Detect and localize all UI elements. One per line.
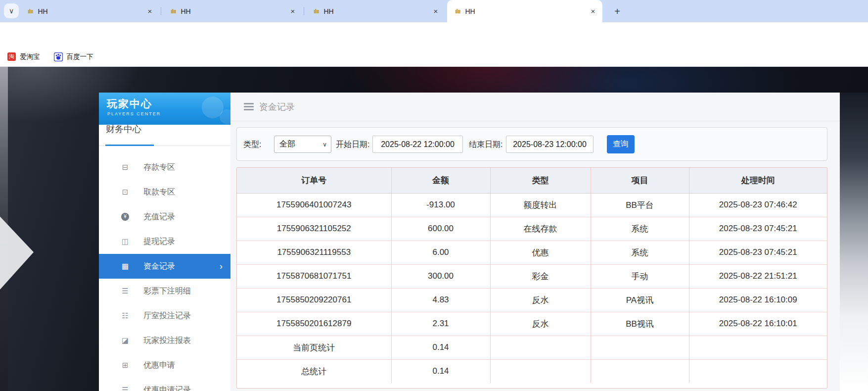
withdraw-icon: ⊡ [120, 188, 130, 196]
table-row: 1755906321105252 600.00 在线存款 系统 2025-08-… [237, 217, 827, 241]
cell-amount: 300.00 [391, 264, 490, 288]
deposit-icon: ⊟ [120, 163, 130, 172]
cell-empty [591, 359, 689, 383]
col-header-time: 处理时间 [689, 168, 827, 193]
cell-empty [591, 336, 689, 359]
cell-amount: 6.00 [391, 241, 490, 264]
tab-label: HH [38, 7, 145, 15]
sidebar-item-promo-apply-records[interactable]: ☰ 优惠申请记录 [99, 378, 230, 391]
type-select[interactable]: 全部 ∨ [274, 136, 331, 153]
funds-icon: ▦ [120, 262, 130, 271]
cell-time: 2025-08-22 16:10:09 [689, 288, 827, 312]
background-right-fade [840, 93, 868, 391]
sidebar-item-label: 玩家投注报表 [143, 336, 191, 346]
sidebar-item-label: 资金记录 [143, 261, 175, 272]
tab-close-icon[interactable]: × [288, 7, 297, 16]
cell-item: PA视讯 [591, 288, 689, 312]
sidebar-item-deposit-zone[interactable]: ⊟ 存款专区 [99, 155, 230, 180]
cell-amount: 4.83 [391, 288, 490, 312]
main-content: 资金记录 类型: 全部 ∨ 开始日期: 结束日期: 查询 订单号 金 [230, 93, 840, 391]
cell-time: 2025-08-22 21:51:21 [689, 264, 827, 288]
tab-1[interactable]: ılıı HH × [20, 0, 159, 22]
hamburger-icon[interactable] [244, 103, 254, 111]
table-row-page-total: 当前页统计 0.14 [237, 336, 827, 359]
end-date-label: 结束日期: [469, 140, 503, 150]
banner-title: 玩家中心 [107, 97, 152, 111]
cell-time: 2025-08-23 07:45:21 [689, 241, 827, 264]
sidebar-item-recharge-records[interactable]: ¥ 充值记录 [99, 204, 230, 229]
col-header-order-id: 订单号 [237, 168, 391, 193]
cell-type: 彩金 [490, 264, 591, 288]
sidebar-item-label: 优惠申请 [143, 360, 175, 371]
money-bag-icon: ¥ [121, 213, 129, 221]
sidebar-item-label: 提现记录 [143, 237, 175, 247]
cell-label: 当前页统计 [237, 336, 391, 359]
tab-label: HH [465, 7, 589, 15]
cell-order-id: 1755906321105252 [237, 217, 391, 241]
cell-item: BB平台 [591, 193, 689, 217]
records-icon: ☷ [120, 311, 130, 320]
chevron-down-icon: ∨ [322, 141, 327, 148]
site-favicon: ılıı [28, 7, 33, 15]
cell-order-id: 1755850209220761 [237, 288, 391, 312]
tab-4-active[interactable]: ılıı HH × [447, 0, 602, 22]
bookmark-label: 百度一下 [67, 52, 93, 61]
tab-2[interactable]: ılıı HH × [163, 0, 302, 22]
tab-close-icon[interactable]: × [145, 7, 154, 16]
banner-subtitle: PLAYERS CENTER [107, 111, 161, 116]
sidebar-item-hall-bet-records[interactable]: ☷ 厅室投注记录 [99, 303, 230, 328]
browser-window: ∨ ılıı HH × ılıı HH × ılıı HH × ılıı HH … [0, 0, 868, 391]
sidebar-item-player-bet-report[interactable]: ◪ 玩家投注报表 [99, 328, 230, 353]
sidebar-item-promo-apply[interactable]: ⊞ 优惠申请 [99, 353, 230, 378]
bookmark-taobao[interactable]: 淘 爱淘宝 [7, 52, 40, 61]
cell-amount: -913.00 [391, 193, 490, 217]
sidebar-item-withdrawal-records[interactable]: ◫ 提现记录 [99, 229, 230, 254]
table-header-row: 订单号 金额 类型 项目 处理时间 [237, 168, 827, 193]
sidebar: 玩家中心 PLAYERS CENTER 财务中心 ⊟ 存款专区 ⊡ 取款专区 ¥… [99, 93, 230, 391]
sidebar-item-withdraw-zone[interactable]: ⊡ 取款专区 [99, 180, 230, 204]
content-title-bar: 资金记录 [230, 93, 840, 121]
section-divider-accent [105, 145, 154, 146]
cell-type: 额度转出 [490, 193, 591, 217]
table-row-grand-total: 总统计 0.14 [237, 359, 827, 383]
cell-time: 2025-08-22 16:10:01 [689, 312, 827, 336]
table-row: 1755850209220761 4.83 反水 PA视讯 2025-08-22… [237, 288, 827, 312]
browser-toolbar: ← → ↻ ⌂ mgm1065.com/hhcp/usercenter.html… [0, 22, 868, 47]
tab-search-button[interactable]: ∨ [4, 3, 19, 18]
promo-icon: ⊞ [120, 361, 130, 370]
tab-close-icon[interactable]: × [589, 7, 597, 16]
type-label: 类型: [243, 140, 261, 150]
cell-empty [689, 336, 827, 359]
sidebar-item-label: 厅室投注记录 [143, 311, 191, 321]
col-header-item: 项目 [591, 168, 689, 193]
cell-label: 总统计 [237, 359, 391, 383]
funds-table: 订单号 金额 类型 项目 处理时间 1755906401007243 -913.… [236, 167, 827, 389]
tab-3[interactable]: ılıı HH × [306, 0, 445, 22]
wallet-icon: ◫ [120, 237, 130, 246]
sidebar-item-lottery-bet-detail[interactable]: ☰ 彩票下注明细 [99, 279, 230, 303]
site-favicon: ılıı [171, 7, 176, 15]
cell-order-id: 1755906321119553 [237, 241, 391, 264]
sidebar-item-funds-records[interactable]: ▦ 资金记录 › [99, 254, 230, 279]
site-favicon: ılıı [314, 7, 319, 15]
sidebar-item-label: 充值记录 [143, 212, 175, 222]
cell-item: 系统 [591, 241, 689, 264]
cell-type: 反水 [490, 312, 591, 336]
sidebar-item-label: 彩票下注明细 [143, 286, 191, 296]
page-title: 资金记录 [259, 101, 295, 113]
cell-empty [689, 359, 827, 383]
table-row: 1755870681071751 300.00 彩金 手动 2025-08-22… [237, 264, 827, 288]
table-row: 1755906321119553 6.00 优惠 系统 2025-08-23 0… [237, 241, 827, 264]
cell-type: 优惠 [490, 241, 591, 264]
start-date-input[interactable] [372, 136, 463, 153]
new-tab-button[interactable]: + [610, 4, 625, 19]
query-button[interactable]: 查询 [607, 135, 635, 153]
table-row: 1755850201612879 2.31 反水 BB视讯 2025-08-22… [237, 312, 827, 336]
cell-order-id: 1755870681071751 [237, 264, 391, 288]
bookmark-baidu[interactable]: 百度一下 [54, 52, 93, 61]
tab-separator [304, 7, 304, 15]
tab-close-icon[interactable]: × [431, 7, 440, 16]
cell-item: 手动 [591, 264, 689, 288]
site-favicon: ılıı [455, 7, 460, 15]
end-date-input[interactable] [506, 136, 594, 153]
